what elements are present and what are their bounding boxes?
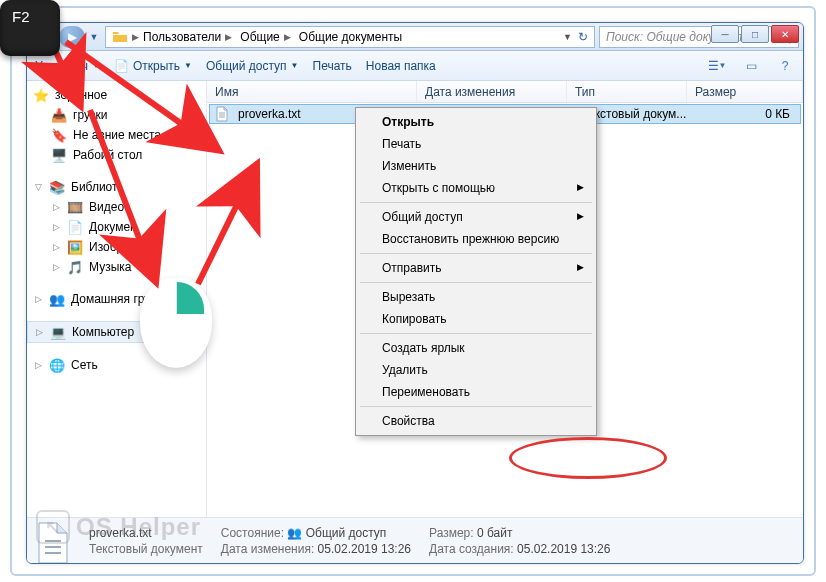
ctx-delete[interactable]: Удалить [358,359,594,381]
address-bar[interactable]: ▶ Пользователи ▶ Общие ▶ Общие документы… [105,26,595,48]
open-button[interactable]: 📄 Открыть▼ [114,59,192,73]
documents-icon: 📄 [67,219,83,235]
submenu-arrow-icon: ▶ [577,262,584,272]
column-type[interactable]: Тип [567,81,687,102]
refresh-icon[interactable]: ↻ [578,30,588,44]
chevron-down-icon: ▽ [33,182,43,192]
sidebar-item-desktop[interactable]: 🖥️Рабоий стол [27,145,206,165]
watermark: ↖ OS Helper [36,510,201,544]
submenu-arrow-icon: ▶ [577,182,584,192]
file-size: 0 КБ [700,107,800,121]
sidebar-item-documents[interactable]: ▷📄Докумен [27,217,206,237]
folder-icon [112,29,128,45]
status-size: 0 байт [477,526,512,540]
titlebar: ◀ ▶ ▼ ▶ Пользователи ▶ Общие ▶ Общие док… [27,23,803,51]
recent-icon: 🔖 [51,127,67,143]
organize-button[interactable]: Упорядоч▼ [35,59,100,73]
breadcrumb-item[interactable]: Пользователи ▶ [139,30,236,44]
sidebar-item-video[interactable]: ▷🎞️Видео [27,197,206,217]
file-type: екстовый докум... [584,107,700,121]
nav-forward-button[interactable]: ▶ [59,26,85,48]
mouse-illustration [140,278,212,368]
star-icon: ⭐ [33,87,49,103]
breadcrumb-item[interactable]: Общие ▶ [236,30,294,44]
sidebar-favorites-header[interactable]: ⭐ збранное [27,85,206,105]
desktop-icon: 🖥️ [51,147,67,163]
column-headers[interactable]: Имя Дата изменения Тип Размер [207,81,803,103]
breadcrumb-item[interactable]: Общие документы [295,30,406,44]
ctx-send-to[interactable]: Отправить▶ [358,257,594,279]
ctx-restore[interactable]: Восстановить прежнюю версию [358,228,594,250]
network-icon: 🌐 [49,357,65,373]
breadcrumb-dropdown-icon[interactable]: ▼ [563,32,572,42]
sidebar-libraries-header[interactable]: ▽ 📚 Библиот [27,177,206,197]
column-date[interactable]: Дата изменения [417,81,567,102]
close-button[interactable]: ✕ [771,25,799,43]
new-folder-button[interactable]: Новая папка [366,59,436,73]
ctx-rename[interactable]: Переименовать [358,381,594,403]
document-icon: 📄 [114,59,129,73]
homegroup-icon: 👥 [49,291,65,307]
column-name[interactable]: Имя [207,81,417,102]
explorer-window: ◀ ▶ ▼ ▶ Пользователи ▶ Общие ▶ Общие док… [26,22,804,564]
minimize-button[interactable]: ─ [711,25,739,43]
file-list: Имя Дата изменения Тип Размер proverka.t… [207,81,803,517]
ctx-cut[interactable]: Вырезать [358,286,594,308]
maximize-button[interactable]: □ [741,25,769,43]
share-state-icon: 👥 [287,526,302,540]
music-icon: 🎵 [67,259,83,275]
ctx-print[interactable]: Печать [358,133,594,155]
sidebar-item-pictures[interactable]: ▷🖼️Изображ [27,237,206,257]
column-size[interactable]: Размер [687,81,803,102]
sidebar-item-music[interactable]: ▷🎵Музыка [27,257,206,277]
text-file-icon [214,106,230,122]
submenu-arrow-icon: ▶ [577,211,584,221]
downloads-icon: 📥 [51,107,67,123]
status-created: 05.02.2019 13:26 [517,542,610,556]
ctx-properties[interactable]: Свойства [358,410,594,432]
ctx-open[interactable]: Открыть [358,111,594,133]
video-icon: 🎞️ [67,199,83,215]
print-button[interactable]: Печать [313,59,352,73]
ctx-open-with[interactable]: Открыть с помощью▶ [358,177,594,199]
nav-history-dropdown[interactable]: ▼ [87,26,101,48]
sidebar-item-downloads[interactable]: 📥грузки [27,105,206,125]
cursor-icon: ↖ [36,510,70,544]
ctx-shortcut[interactable]: Создать ярлык [358,337,594,359]
share-button[interactable]: Общий доступ▼ [206,59,299,73]
computer-icon: 💻 [50,324,66,340]
sidebar-item-recent[interactable]: 🔖Не авние места [27,125,206,145]
help-icon[interactable]: ? [775,56,795,76]
context-menu: Открыть Печать Изменить Открыть с помощь… [355,107,597,436]
status-modified: 05.02.2019 13:26 [318,542,411,556]
view-options-icon[interactable]: ☰▼ [707,56,727,76]
preview-pane-icon[interactable]: ▭ [741,56,761,76]
toolbar: Упорядоч▼ 📄 Открыть▼ Общий доступ▼ Печат… [27,51,803,81]
status-state: Общий доступ [306,526,387,540]
pictures-icon: 🖼️ [67,239,83,255]
libraries-icon: 📚 [49,179,65,195]
ctx-copy[interactable]: Копировать [358,308,594,330]
ctx-share[interactable]: Общий доступ▶ [358,206,594,228]
f2-key-overlay: F2 [0,0,60,56]
ctx-edit[interactable]: Изменить [358,155,594,177]
